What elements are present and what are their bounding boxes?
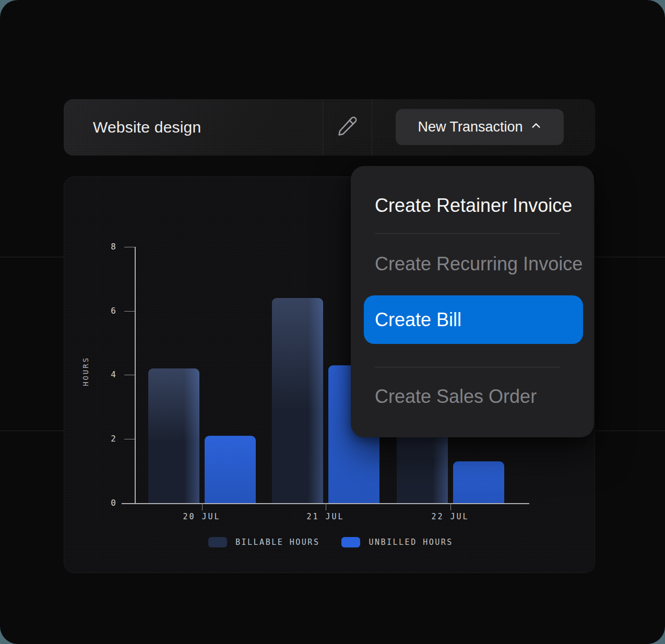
x-tick-label: 20 JUL bbox=[165, 512, 239, 521]
x-tick-label: 21 JUL bbox=[289, 512, 362, 521]
y-tick bbox=[124, 375, 135, 375]
app-page: Website design New Transaction HOURS 024… bbox=[0, 0, 665, 644]
divider bbox=[323, 99, 323, 156]
y-tick-label: 0 bbox=[95, 498, 116, 508]
y-tick bbox=[124, 311, 135, 312]
menu-item-create-bill-label: Create Bill bbox=[364, 309, 461, 331]
chart-legend: BILLABLE HOURSUNBILLED HOURS bbox=[208, 537, 453, 547]
divider bbox=[372, 99, 372, 156]
y-tick-label: 6 bbox=[95, 306, 116, 316]
menu-divider bbox=[375, 233, 561, 234]
legend-item: BILLABLE HOURS bbox=[208, 537, 319, 547]
y-tick-label: 8 bbox=[95, 242, 116, 252]
edit-project-button[interactable] bbox=[330, 112, 364, 143]
menu-item-create-bill[interactable]: Create Bill bbox=[364, 295, 583, 344]
pencil-icon bbox=[336, 115, 358, 139]
new-transaction-button[interactable]: New Transaction bbox=[396, 109, 564, 145]
x-tick bbox=[326, 503, 327, 510]
y-axis-line bbox=[135, 247, 136, 503]
new-transaction-menu: Create Retainer Invoice Create Recurring… bbox=[351, 166, 594, 437]
menu-divider bbox=[375, 367, 561, 367]
bar-unbilled-22-jul bbox=[453, 461, 504, 503]
y-tick-label: 2 bbox=[95, 434, 116, 444]
new-transaction-label: New Transaction bbox=[418, 119, 522, 135]
x-tick bbox=[450, 503, 452, 510]
bar-billable-20-jul bbox=[148, 368, 199, 503]
project-header-bar: Website design New Transaction bbox=[64, 99, 595, 156]
bar-unbilled-20-jul bbox=[205, 436, 256, 503]
y-tick bbox=[124, 247, 135, 247]
bar-billable-21-jul bbox=[272, 298, 323, 503]
y-axis-title: HOURS bbox=[80, 329, 91, 413]
x-tick-label: 22 JUL bbox=[414, 512, 487, 521]
legend-label: UNBILLED HOURS bbox=[369, 538, 453, 547]
chevron-up-icon bbox=[530, 119, 542, 135]
menu-item-create-retainer-invoice[interactable]: Create Retainer Invoice bbox=[375, 191, 572, 220]
y-tick-label: 4 bbox=[95, 369, 116, 379]
legend-swatch bbox=[341, 537, 360, 547]
x-tick bbox=[202, 503, 203, 510]
y-tick bbox=[124, 439, 135, 439]
legend-item: UNBILLED HOURS bbox=[341, 537, 453, 547]
legend-swatch bbox=[208, 537, 227, 547]
project-title: Website design bbox=[93, 99, 201, 156]
menu-item-create-recurring-invoice[interactable]: Create Recurring Invoice bbox=[375, 249, 583, 279]
legend-label: BILLABLE HOURS bbox=[235, 538, 319, 547]
menu-item-create-sales-order[interactable]: Create Sales Order bbox=[375, 382, 537, 411]
